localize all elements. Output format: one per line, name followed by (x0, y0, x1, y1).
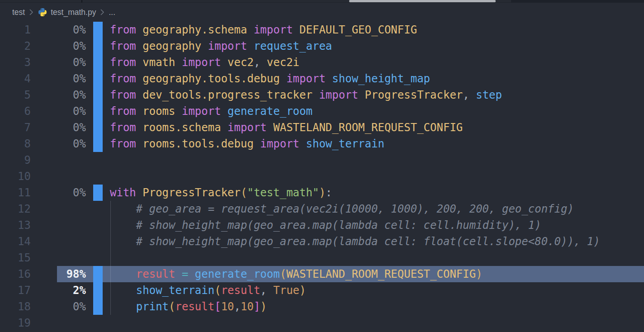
chevron-right-icon (100, 9, 104, 16)
profiler-percent (31, 168, 86, 185)
profiler-percent (31, 201, 86, 217)
code-line[interactable]: 60%from rooms import generate_room (0, 103, 644, 119)
profiler-percent: 0% (31, 22, 86, 38)
code-text: from geography.tools.debug import show_h… (110, 71, 430, 87)
code-line[interactable]: 20%from geography import request_area (0, 38, 644, 54)
breadcrumb-file[interactable]: test_math.py (51, 8, 96, 17)
coverage-marker-slot (93, 299, 103, 315)
coverage-marker (93, 136, 103, 152)
coverage-marker-slot (93, 71, 103, 87)
coverage-marker-slot (93, 282, 103, 299)
line-number: 7 (0, 119, 31, 136)
profiler-percent: 0% (31, 54, 86, 71)
line-number: 8 (0, 136, 31, 152)
code-text: with ProgressTracker("test_math"): (110, 185, 332, 201)
line-number: 19 (0, 315, 31, 331)
line-number: 16 (0, 266, 31, 282)
coverage-marker (93, 282, 103, 299)
coverage-marker (93, 185, 103, 201)
coverage-marker-slot (93, 119, 103, 136)
coverage-marker-slot (93, 38, 103, 54)
coverage-marker (93, 22, 103, 38)
line-number: 4 (0, 71, 31, 87)
profiler-percent (31, 233, 86, 250)
profiler-percent: 0% (31, 87, 86, 103)
code-line[interactable]: 10%from geography.schema import DEFAULT_… (0, 22, 644, 38)
code-text: from geography.schema import DEFAULT_GEO… (110, 22, 417, 38)
line-number: 18 (0, 299, 31, 315)
coverage-marker-slot (93, 266, 103, 282)
tab-bar-empty-space (511, 0, 644, 3)
line-number: 11 (0, 185, 31, 201)
code-text: from dev_tools.progress_tracker import P… (110, 87, 502, 103)
indent-guide (110, 201, 111, 315)
coverage-marker-slot (93, 233, 103, 250)
code-line[interactable]: 14 # show_height_map(geo_area.map(lambda… (0, 233, 644, 250)
coverage-marker-slot (93, 185, 103, 201)
coverage-marker-slot (93, 201, 103, 217)
line-number: 9 (0, 152, 31, 168)
profiler-percent: 2% (31, 282, 86, 299)
coverage-marker-slot (93, 168, 103, 185)
code-line[interactable]: 9 (0, 152, 644, 168)
code-line[interactable]: 70%from rooms.schema import WASTELAND_RO… (0, 119, 644, 136)
coverage-marker-slot (93, 250, 103, 266)
line-number: 14 (0, 233, 31, 250)
code-line[interactable]: 180% print(result[10,10]) (0, 299, 644, 315)
line-number: 17 (0, 282, 31, 299)
coverage-marker (93, 119, 103, 136)
tab-bar-edge (0, 0, 644, 3)
coverage-marker-slot (93, 22, 103, 38)
python-logo-icon (38, 7, 47, 17)
profiler-percent: 98% (31, 266, 86, 282)
code-line[interactable]: 12 # geo_area = request_area(vec2i(10000… (0, 201, 644, 217)
breadcrumb-folder[interactable]: test (12, 8, 25, 17)
coverage-marker-slot (93, 217, 103, 233)
code-text: from rooms.tools.debug import show_terra… (110, 136, 384, 152)
line-number: 6 (0, 103, 31, 119)
line-number: 12 (0, 201, 31, 217)
profiler-percent: 0% (31, 299, 86, 315)
coverage-marker-slot (93, 152, 103, 168)
code-line[interactable]: 110%with ProgressTracker("test_math"): (0, 185, 644, 201)
line-number: 5 (0, 87, 31, 103)
profiler-percent (31, 152, 86, 168)
profiler-percent (31, 315, 86, 331)
coverage-marker (93, 87, 103, 103)
code-line[interactable]: 15 (0, 250, 644, 266)
code-line[interactable]: 80%from rooms.tools.debug import show_te… (0, 136, 644, 152)
tab-separator (81, 0, 82, 3)
line-number: 2 (0, 38, 31, 54)
code-text: # geo_area = request_area(vec2i(10000, 1… (110, 201, 574, 217)
profiler-percent: 0% (31, 136, 86, 152)
profiler-percent: 0% (31, 71, 86, 87)
code-text: result = generate_room(WASTELAND_ROOM_RE… (110, 266, 483, 282)
coverage-marker (93, 71, 103, 87)
code-line[interactable]: 10 (0, 168, 644, 185)
coverage-marker (93, 266, 103, 282)
code-line[interactable]: 50%from dev_tools.progress_tracker impor… (0, 87, 644, 103)
code-line[interactable]: 1698% result = generate_room(WASTELAND_R… (0, 266, 644, 282)
profiler-percent (31, 250, 86, 266)
coverage-marker-slot (93, 136, 103, 152)
tab-scrollbar-thumb[interactable] (349, 0, 496, 2)
coverage-marker (93, 299, 103, 315)
profiler-percent: 0% (31, 185, 86, 201)
code-line[interactable]: 13 # show_height_map(geo_area.map(lambda… (0, 217, 644, 233)
coverage-marker (93, 103, 103, 119)
breadcrumb-symbol[interactable]: ... (109, 8, 115, 17)
code-line[interactable]: 30%from vmath import vec2, vec2i (0, 54, 644, 71)
code-line[interactable]: 40%from geography.tools.debug import sho… (0, 71, 644, 87)
coverage-marker (93, 54, 103, 71)
code-text: # show_height_map(geo_area.map(lambda ce… (110, 217, 541, 233)
chevron-right-icon (29, 9, 33, 16)
editor[interactable]: 10%from geography.schema import DEFAULT_… (0, 22, 644, 331)
code-text: from rooms import generate_room (110, 103, 313, 119)
code-line[interactable]: 19 (0, 315, 644, 331)
line-number: 1 (0, 22, 31, 38)
code-text: print(result[10,10]) (110, 299, 267, 315)
line-number: 15 (0, 250, 31, 266)
line-number: 13 (0, 217, 31, 233)
line-number: 3 (0, 54, 31, 71)
code-line[interactable]: 172% show_terrain(result, True) (0, 282, 644, 299)
